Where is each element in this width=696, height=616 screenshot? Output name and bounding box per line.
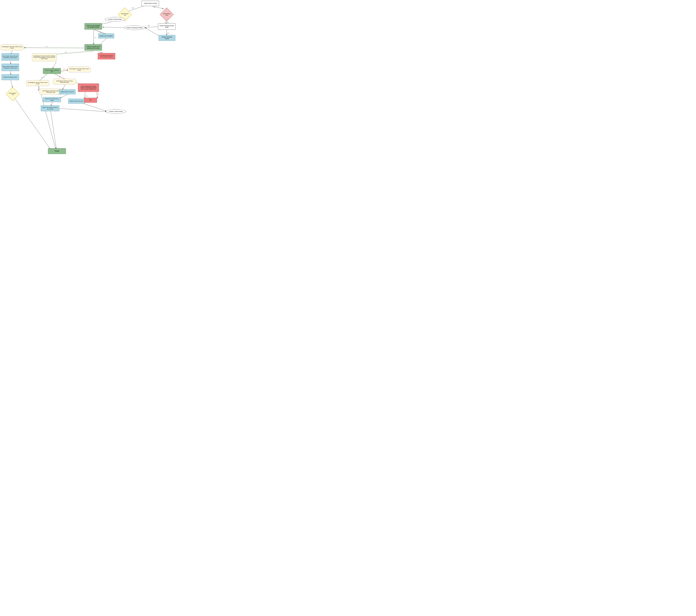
svg-text:Yes: Yes [94,37,96,38]
destroy-bootstrap-cluster: Destroy bootstrap cluster [1,74,19,80]
svg-line-21 [23,48,85,48]
bootstrapped-false-bootstrap-2: Bootstrapped: False && Context: Bootstra… [53,79,76,84]
svg-line-31 [52,62,56,68]
check-bootstrap-exists: Check if bootstrap cluster exists [158,23,175,30]
svg-text:Yes: Yes [132,7,134,9]
wait-cluster-ready: Wait for the cluster to be ready [43,97,61,102]
svg-text:No: No [63,68,65,70]
finish-box: Finish [48,148,66,154]
context-bootstrap-cluster: Context: Bootstrap Cluster [124,26,145,30]
svg-text:Yes: Yes [85,95,88,97]
svg-text:Yes: Yes [65,51,67,53]
svg-line-50 [13,96,50,149]
run-debug-capi: Run debug procedure for CAPI provider pr… [98,53,115,59]
svg-text:Yes: Yes [167,22,169,23]
svg-line-39 [62,84,65,90]
deploy-cluster-resources-2: Deploy cluster resources [68,99,85,104]
bootstrapped-true-cloud-2: Bootstrapped: True && Context: Cloud Clu… [26,80,49,86]
svg-text:Yes: Yes [148,25,149,26]
svg-line-48 [59,108,107,112]
flowchart-container: Yes No Yes No Yes No Yes Yes No Yes No [0,0,183,161]
check-capi-installed: Check if CAPI providers are installed (C… [84,23,102,30]
bootstrapped-false-context-cloud: Bootstrapped: False && Context: Cloud Cl… [1,45,23,50]
svg-text:No: No [100,32,101,33]
svg-text:No: No [154,6,155,8]
move-cluster-resources-1: Move cluster resources from bootstrap to… [1,53,19,61]
deploy-cluster-resources-1: Deploy cluster resources [59,89,76,94]
bootstrapped-false-top: Bootstrapped: False [160,7,174,21]
question-marks: ??? [84,98,97,103]
svg-text:No: No [97,93,99,95]
svg-line-32 [61,70,68,71]
bootstrapped-true-bottom: Bootstrapped: True [6,87,19,101]
check-cluster-resources: Check if cluster resources exist [43,68,61,74]
context-cloud-cluster-bottom: Context: Cloud Cluster [106,109,126,114]
svg-text:Yes: Yes [46,46,48,47]
move-cluster-resources-2: Move cluster resources from bootstrap to… [1,64,19,71]
install-capi-providers: Install CAPI providers [98,33,114,38]
bootstrapped-true-cloud-no: Bootstrapped: True && Context: Cloud Clu… [68,66,91,72]
bootstrapped-cond-hex: Bootstrapped: False && Context: Bootstra… [32,53,57,61]
svg-line-42 [60,94,68,98]
context-cloud-cluster-top: Context: Cloud Cluster [105,17,125,21]
svg-text:No: No [168,32,169,34]
check-wait-capi-running: Check if / wait for CAPI providers are r… [84,44,102,50]
check-deploying-migration: Check if deploying the cluster wouldn't … [78,83,99,92]
cluster-exist-cloud: Cluster exist in Cloud [142,1,159,6]
svg-line-13 [145,27,158,27]
svg-line-30 [11,80,13,88]
svg-text:No: No [59,76,61,78]
wait-machine-pools: Wait for all machine pools to be running [41,105,59,111]
deploy-bootstrap-cluster: Deploy Bootstrap Cluster [159,35,175,41]
svg-text:Yes: Yes [41,77,43,78]
svg-line-52 [51,111,56,149]
svg-line-51 [39,86,56,149]
